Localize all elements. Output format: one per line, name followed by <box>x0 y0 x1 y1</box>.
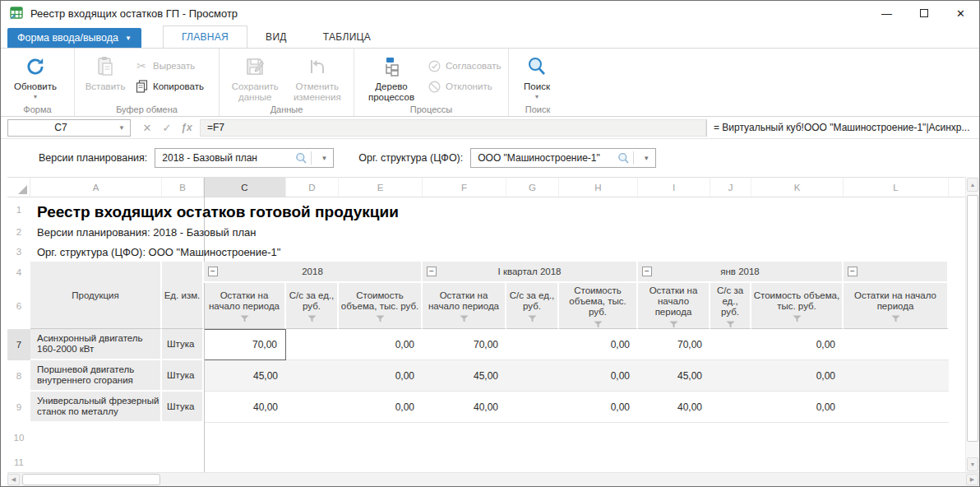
form-io-menu-button[interactable]: Форма ввода/вывода ▼ <box>7 28 141 48</box>
cell[interactable]: 45,00 <box>638 360 710 392</box>
paste-button[interactable]: Вставить <box>80 53 131 92</box>
col-header-volume-cost[interactable]: Стоимость объема, тыс. руб. <box>339 283 423 329</box>
collapse-icon[interactable]: − <box>208 267 218 276</box>
filter-icon[interactable] <box>240 315 249 322</box>
cell[interactable] <box>286 360 339 392</box>
group-header-jan-2018[interactable]: − янв 2018 <box>638 262 844 283</box>
cell[interactable]: 0,00 <box>339 329 423 360</box>
cell[interactable]: 0,00 <box>751 392 844 423</box>
col-header-unit-cost[interactable]: С/с за ед., руб. <box>506 283 559 329</box>
column-header-h[interactable]: H <box>559 178 638 197</box>
group-header-collapsed[interactable]: − <box>844 262 949 283</box>
col-header-opening-balance[interactable]: Остатки на начало периода <box>204 283 286 329</box>
reject-button[interactable]: Отклонить <box>427 80 501 93</box>
vertical-scroll-thumb[interactable] <box>967 195 978 442</box>
search-icon[interactable] <box>617 152 630 165</box>
filter-icon[interactable] <box>891 315 900 322</box>
row-header-8[interactable]: 8 <box>7 360 30 392</box>
refresh-button[interactable]: Обновить ▼ <box>6 53 65 100</box>
scroll-right-button[interactable]: ▶ <box>966 474 978 485</box>
row-header-7[interactable]: 7 <box>7 329 30 360</box>
row-header-6[interactable]: 6 <box>7 283 30 329</box>
cell[interactable]: 0,00 <box>559 392 638 423</box>
row-header-4[interactable]: 4 <box>7 262 30 283</box>
approve-button[interactable]: Согласовать <box>427 59 501 72</box>
version-filter-combo[interactable]: 2018 - Базовый план ▼ <box>155 148 334 168</box>
filter-icon[interactable] <box>669 321 678 328</box>
tab-table[interactable]: ТАБЛИЦА <box>305 26 389 48</box>
col-header-opening-balance[interactable]: Остатки на начало периода <box>844 283 949 329</box>
cell[interactable]: 70,00 <box>423 329 506 360</box>
cell[interactable] <box>844 360 949 392</box>
filter-icon[interactable] <box>307 315 317 322</box>
cell[interactable]: 0,00 <box>751 360 844 392</box>
cell[interactable] <box>710 392 751 423</box>
cell[interactable] <box>506 360 559 392</box>
row-header-10[interactable]: 10 <box>7 423 30 452</box>
row-header-3[interactable]: 3 <box>7 242 30 262</box>
cell[interactable] <box>710 360 751 392</box>
col-header-opening-balance[interactable]: Остатки на начало периода <box>423 283 506 329</box>
sheet-title-cell[interactable]: Реестр входящих остатков готовой продукц… <box>30 197 399 222</box>
org-filter-combo[interactable]: ООО "Машиностроение-1" ▼ <box>470 148 656 168</box>
cell[interactable] <box>506 329 559 360</box>
col-header-volume-cost[interactable]: Стоимость объема, тыс. руб. <box>559 283 638 329</box>
filter-icon[interactable] <box>726 321 735 328</box>
insert-function-icon[interactable]: ƒx <box>178 122 195 133</box>
filter-icon[interactable] <box>594 321 603 328</box>
process-tree-button[interactable]: Дерево процессов <box>359 53 423 103</box>
cell[interactable]: 0,00 <box>339 360 423 392</box>
horizontal-scrollbar[interactable]: ◀ ▶ <box>7 472 979 486</box>
collapse-icon[interactable]: − <box>642 267 652 276</box>
column-header-e[interactable]: E <box>339 178 423 197</box>
selected-cell[interactable]: 70,00 <box>204 329 286 360</box>
cut-button[interactable]: ✂ Вырезать <box>134 59 204 72</box>
cell[interactable] <box>286 392 339 423</box>
group-header-q1-2018[interactable]: − I квартал 2018 <box>423 262 638 283</box>
vertical-scrollbar[interactable]: ▲ ▼ <box>965 177 979 472</box>
cell[interactable] <box>710 329 751 360</box>
cell[interactable]: 40,00 <box>423 392 506 423</box>
table-header-unit[interactable]: Ед. изм. <box>162 262 204 329</box>
column-header-j[interactable]: J <box>710 178 751 197</box>
collapse-icon[interactable]: − <box>427 267 437 276</box>
minimize-button[interactable]: — <box>868 1 905 26</box>
tab-view[interactable]: ВИД <box>247 26 305 48</box>
scroll-up-button[interactable]: ▲ <box>967 178 978 192</box>
confirm-entry-icon[interactable]: ✓ <box>159 122 175 134</box>
column-header-d[interactable]: D <box>286 178 339 197</box>
row-header-9[interactable]: 9 <box>7 392 30 423</box>
column-header-a[interactable]: A <box>30 178 162 197</box>
unit-cell[interactable]: Штука <box>162 329 204 360</box>
col-header-unit-cost[interactable]: С/с за ед., руб. <box>286 283 339 329</box>
cell[interactable]: 45,00 <box>204 360 286 392</box>
column-header-b[interactable]: B <box>162 178 204 197</box>
column-header-c[interactable]: C <box>204 178 286 197</box>
scroll-down-button[interactable]: ▼ <box>967 457 978 471</box>
undo-changes-button[interactable]: Отменить изменения <box>286 53 349 103</box>
table-header-product[interactable]: Продукция <box>30 262 162 329</box>
group-header-2018[interactable]: − 2018 <box>204 262 423 283</box>
scroll-left-button[interactable]: ◀ <box>7 474 20 485</box>
filter-icon[interactable] <box>376 315 385 322</box>
cell[interactable]: 40,00 <box>204 392 286 423</box>
cell[interactable]: 45,00 <box>423 360 506 392</box>
horizontal-scroll-thumb[interactable] <box>22 474 160 485</box>
cancel-entry-icon[interactable]: ✕ <box>139 122 155 134</box>
cell[interactable] <box>844 329 949 360</box>
row-header-2[interactable]: 2 <box>7 222 30 242</box>
col-header-unit-cost[interactable]: С/с за ед., руб. <box>710 283 751 329</box>
cell[interactable]: 0,00 <box>751 329 844 360</box>
collapse-icon[interactable]: − <box>848 267 858 276</box>
unit-cell[interactable]: Штука <box>162 360 204 392</box>
cell[interactable] <box>286 329 339 360</box>
sheet-subtitle1-cell[interactable]: Версии планирования: 2018 - Базовый план <box>30 222 257 242</box>
maximize-button[interactable] <box>905 1 942 26</box>
col-header-opening-balance[interactable]: Остатки на начало периода <box>638 283 710 329</box>
select-all-corner[interactable] <box>7 178 30 197</box>
save-data-button[interactable]: Сохранить данные <box>224 53 286 103</box>
cell[interactable] <box>506 392 559 423</box>
copy-button[interactable]: Копировать <box>134 80 204 93</box>
sheet-subtitle2-cell[interactable]: Орг. структура (ЦФО): ООО "Машиностроени… <box>30 242 280 262</box>
cell[interactable] <box>844 392 949 423</box>
